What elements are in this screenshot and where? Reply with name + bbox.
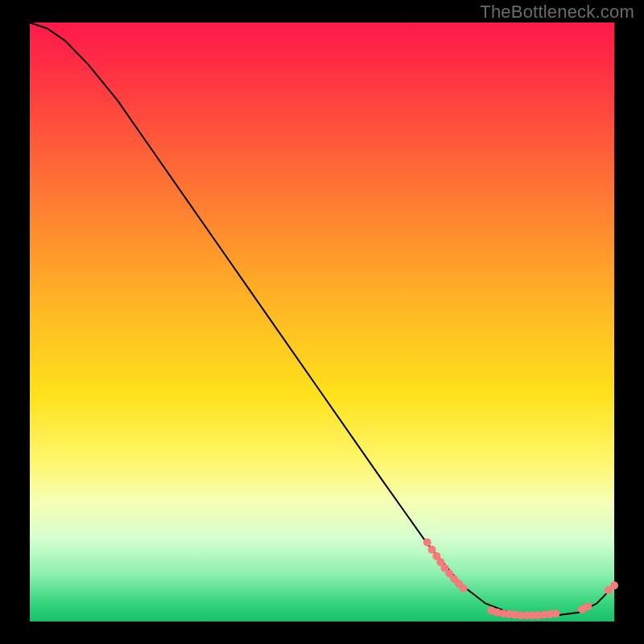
data-point <box>610 581 618 589</box>
watermark-text: TheBottleneck.com <box>480 2 634 23</box>
data-point <box>427 546 436 554</box>
bottleneck-curve <box>30 23 614 616</box>
data-point <box>460 584 468 592</box>
plot-area <box>30 23 614 621</box>
data-point <box>551 609 559 617</box>
data-point <box>423 539 431 547</box>
chart-container: TheBottleneck.com <box>0 0 644 644</box>
data-points <box>423 539 618 620</box>
data-point <box>584 602 592 610</box>
chart-svg <box>30 23 614 621</box>
